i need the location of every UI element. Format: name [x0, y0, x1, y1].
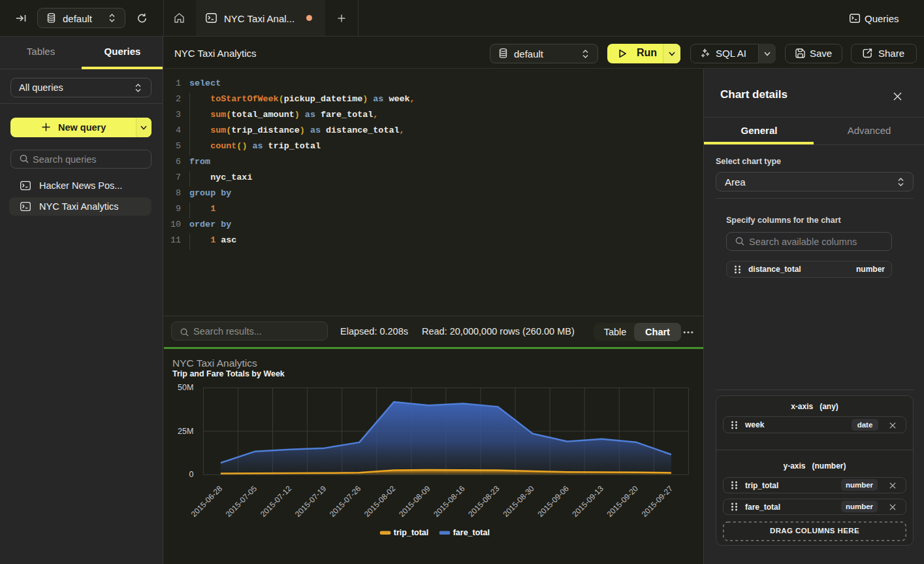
svg-text:2015-07-12: 2015-07-12 [259, 484, 294, 519]
svg-text:2015-07-19: 2015-07-19 [293, 484, 328, 519]
svg-text:2015-09-06: 2015-09-06 [535, 484, 571, 519]
svg-text:2015-07-05: 2015-07-05 [224, 484, 259, 519]
svg-text:fare_total: fare_total [453, 528, 490, 537]
svg-text:50M: 50M [178, 383, 193, 392]
svg-text:25M: 25M [178, 427, 193, 436]
svg-text:2015-09-20: 2015-09-20 [605, 484, 641, 519]
svg-text:2015-08-02: 2015-08-02 [362, 484, 398, 519]
svg-text:2015-06-28: 2015-06-28 [189, 484, 225, 519]
svg-text:2015-08-23: 2015-08-23 [466, 484, 502, 519]
svg-text:trip_total: trip_total [394, 528, 428, 537]
svg-text:2015-07-26: 2015-07-26 [328, 484, 363, 519]
svg-text:2015-08-09: 2015-08-09 [397, 484, 432, 519]
svg-text:2015-09-27: 2015-09-27 [640, 484, 675, 519]
svg-text:2015-08-30: 2015-08-30 [501, 484, 536, 519]
svg-text:2015-08-16: 2015-08-16 [432, 484, 467, 519]
svg-text:0: 0 [189, 470, 193, 479]
svg-text:2015-09-13: 2015-09-13 [571, 484, 606, 519]
